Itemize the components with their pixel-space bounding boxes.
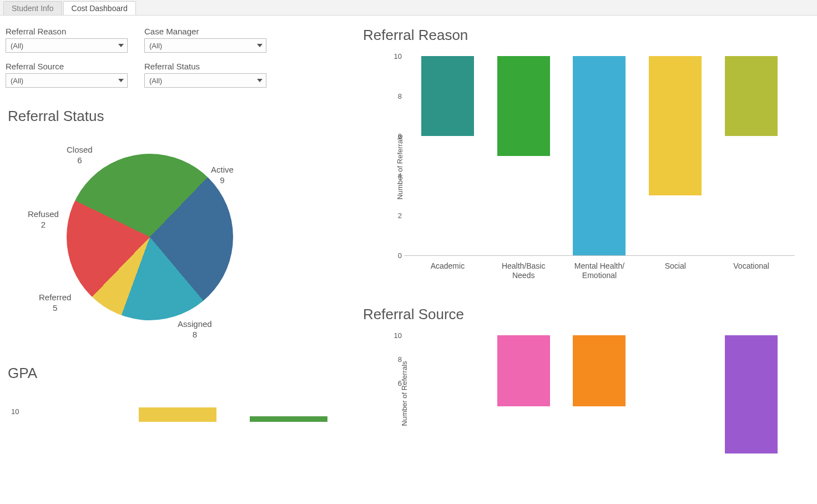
filter-label-case-manager: Case Manager [144,27,266,36]
chevron-down-icon [257,79,263,82]
chart-title-referral-status: Referral Status [8,108,339,125]
y-tick-label: 0 [387,251,402,260]
bar-chart-referral-reason[interactable]: Number of Referrals 0246810 AcademicHeal… [383,51,800,284]
bar-chart-referral-source[interactable]: Number of Referrals 6810 [383,330,800,457]
chevron-down-icon [257,44,263,47]
y-tick-label: 10 [11,407,19,416]
pie-slice-value: 8 [193,330,197,339]
bar-chart-gpa[interactable]: 10 [6,389,339,422]
chart-bar [497,335,550,406]
pie-chart-referral-status[interactable]: Active 9 Assigned 8 Referred 5 Refused 2… [6,132,272,354]
dropdown-referral-source[interactable]: (All) [6,73,128,88]
x-tick-label: Health/BasicNeeds [486,258,562,284]
dropdown-value: (All) [149,77,162,85]
chart-bar [497,56,550,156]
chart-bar [573,335,626,406]
y-tick-label: 4 [387,172,402,180]
pie-slice-value: 9 [220,175,224,185]
pie-slice-value: 5 [53,303,57,313]
chevron-down-icon [118,44,124,47]
dropdown-case-manager[interactable]: (All) [144,38,266,53]
pie-slice-label: Referred [39,293,71,302]
chevron-down-icon [118,79,124,82]
y-tick-label: 10 [387,52,402,61]
chart-title-referral-reason: Referral Reason [363,27,800,44]
y-tick-label: 8 [387,355,402,363]
y-axis-label: Number of Referrals [396,134,404,199]
chart-bar [573,56,626,255]
x-tick-label: Social [637,258,713,284]
tab-student-info[interactable]: Student Info [3,1,62,15]
pie-slice-label: Assigned [178,319,212,329]
tab-bar: Student Info Cost Dashboard [0,0,817,16]
dropdown-referral-status[interactable]: (All) [144,73,266,88]
y-tick-label: 8 [387,92,402,100]
dropdown-value: (All) [11,42,23,50]
dropdown-referral-reason[interactable]: (All) [6,38,128,53]
y-tick-label: 6 [387,132,402,140]
chart-bar [649,56,702,195]
chart-title-referral-source: Referral Source [363,306,800,323]
chart-bar [725,335,778,453]
chart-bar [725,56,778,136]
tab-cost-dashboard[interactable]: Cost Dashboard [63,1,136,15]
pie-slice-label: Closed [67,145,93,154]
pie-slice-value: 6 [77,155,82,165]
x-tick-label: Academic [410,258,486,284]
filter-label-referral-reason: Referral Reason [6,27,128,36]
dropdown-value: (All) [11,77,23,85]
filter-label-referral-source: Referral Source [6,62,128,71]
chart-bar [139,407,216,422]
x-tick-label: Vocational [713,258,789,284]
filter-label-referral-status: Referral Status [144,62,266,71]
x-tick-label: Mental Health/Emotional [562,258,638,284]
y-tick-label: 2 [387,211,402,220]
dropdown-value: (All) [149,42,162,50]
y-tick-label: 10 [387,331,402,340]
pie-slice-value: 2 [41,220,46,229]
chart-title-gpa: GPA [8,365,339,382]
chart-bar [250,416,327,422]
pie-slice-label: Refused [28,209,59,219]
y-tick-label: 6 [387,379,402,387]
pie-slice-label: Active [211,165,234,174]
chart-bar [421,56,474,136]
